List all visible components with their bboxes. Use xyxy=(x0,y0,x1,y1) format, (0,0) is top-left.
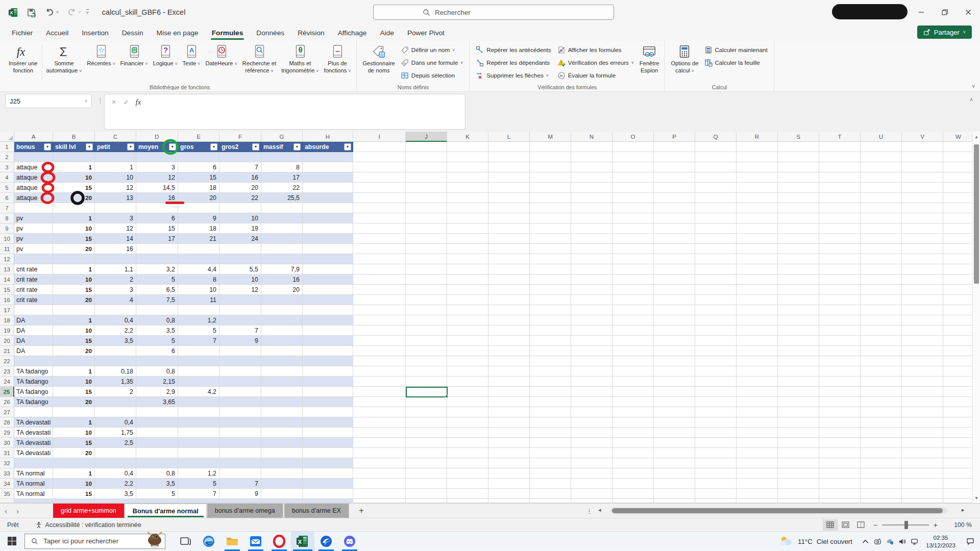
cell-R15[interactable] xyxy=(737,285,778,295)
cell-K2[interactable] xyxy=(447,152,488,162)
cell-T13[interactable] xyxy=(819,264,861,274)
recentes-button[interactable]: ☆Récentes ˅ xyxy=(84,42,117,67)
cell-V31[interactable] xyxy=(902,448,943,458)
dans-une-formule-button[interactable]: fxDans une formule˅ xyxy=(398,56,466,69)
cell-O6[interactable] xyxy=(612,193,654,203)
cell-G3[interactable]: 8 xyxy=(261,162,303,172)
cell-W32[interactable] xyxy=(943,458,972,468)
cell-R8[interactable] xyxy=(737,213,778,223)
cell-D19[interactable]: 3,5 xyxy=(136,325,178,336)
cell-M13[interactable] xyxy=(530,264,571,274)
cell-D18[interactable]: 0,8 xyxy=(136,315,178,325)
cell-U5[interactable] xyxy=(861,183,902,193)
plus-de-fonctions-button[interactable]: •••Plus defonctions ˅ xyxy=(322,42,354,74)
cell-J34[interactable] xyxy=(406,479,447,489)
cell-T28[interactable] xyxy=(819,417,861,428)
cell-K26[interactable] xyxy=(447,397,488,407)
cell-J17[interactable] xyxy=(406,305,447,315)
cell-O10[interactable] xyxy=(612,234,654,244)
cell-S1[interactable] xyxy=(778,142,819,152)
sheet-tab-bonus-d-arme-omega[interactable]: bonus d'arme omega xyxy=(207,504,283,518)
cell-M31[interactable] xyxy=(530,448,571,458)
row-header-31[interactable]: 31 xyxy=(0,448,14,458)
cell-V4[interactable] xyxy=(902,172,943,183)
cell-P17[interactable] xyxy=(654,305,695,315)
column-header-D[interactable]: D xyxy=(136,132,178,142)
cell-L15[interactable] xyxy=(488,285,530,295)
cell-K34[interactable] xyxy=(447,479,488,489)
cell-R4[interactable] xyxy=(737,172,778,183)
cell-L2[interactable] xyxy=(488,152,530,162)
cell-R14[interactable] xyxy=(737,274,778,285)
cell-S19[interactable] xyxy=(778,325,819,336)
cell-O28[interactable] xyxy=(612,417,654,428)
cell-G12[interactable] xyxy=(261,254,303,264)
cell-Q34[interactable] xyxy=(695,479,737,489)
cell-W6[interactable] xyxy=(943,193,972,203)
cell-S32[interactable] xyxy=(778,458,819,468)
cell-B21[interactable]: 20 xyxy=(53,346,95,356)
cell-K36[interactable] xyxy=(447,499,488,503)
cell-R29[interactable] xyxy=(737,428,778,438)
quick-access-customize-icon[interactable]: ˅ xyxy=(86,9,89,15)
cell-S18[interactable] xyxy=(778,315,819,325)
cell-D16[interactable]: 7,5 xyxy=(136,295,178,305)
filter-dropdown-icon[interactable]: ▼ xyxy=(44,143,51,151)
cell-C24[interactable]: 1,35 xyxy=(95,377,136,387)
cell-C7[interactable] xyxy=(95,203,136,213)
cell-A20[interactable]: DA xyxy=(14,336,53,346)
minimize-button[interactable] xyxy=(910,0,933,24)
cell-N33[interactable] xyxy=(571,468,612,479)
cell-N24[interactable] xyxy=(571,377,612,387)
cell-A4[interactable]: attaque xyxy=(14,172,53,183)
cell-O29[interactable] xyxy=(612,428,654,438)
cell-J30[interactable] xyxy=(406,438,447,448)
redo-button[interactable] xyxy=(66,7,77,18)
cell-G29[interactable] xyxy=(261,428,303,438)
autosave-save-icon[interactable] xyxy=(26,7,37,18)
ribbon-tab-dessin[interactable]: Dessin xyxy=(115,27,150,41)
cell-B22[interactable] xyxy=(53,356,95,366)
definir-un-nom-button[interactable]: Définir un nom˅ xyxy=(398,43,466,56)
cell-F27[interactable] xyxy=(219,407,261,417)
cell-N27[interactable] xyxy=(571,407,612,417)
cell-P9[interactable] xyxy=(654,223,695,234)
cell-G30[interactable] xyxy=(261,438,303,448)
cell-W3[interactable] xyxy=(943,162,972,172)
cell-V22[interactable] xyxy=(902,356,943,366)
cell-U32[interactable] xyxy=(861,458,902,468)
cell-D28[interactable] xyxy=(136,417,178,428)
cell-N21[interactable] xyxy=(571,346,612,356)
cell-G33[interactable] xyxy=(261,468,303,479)
cell-C18[interactable]: 0,4 xyxy=(95,315,136,325)
cell-S28[interactable] xyxy=(778,417,819,428)
search-box[interactable]: Rechercher xyxy=(373,5,614,20)
cell-N35[interactable] xyxy=(571,489,612,499)
cell-H30[interactable] xyxy=(303,438,353,448)
cell-D2[interactable] xyxy=(136,152,178,162)
zoom-level[interactable]: 100 % xyxy=(945,521,972,529)
cell-P30[interactable] xyxy=(654,438,695,448)
cell-J36[interactable] xyxy=(406,499,447,503)
zoom-out-button[interactable]: − xyxy=(869,521,882,529)
cell-L6[interactable] xyxy=(488,193,530,203)
zoom-in-button[interactable]: + xyxy=(929,521,942,529)
cell-M9[interactable] xyxy=(530,223,571,234)
cell-A10[interactable]: pv xyxy=(14,234,53,244)
cell-U15[interactable] xyxy=(861,285,902,295)
cell-W22[interactable] xyxy=(943,356,972,366)
cell-I5[interactable] xyxy=(353,183,406,193)
ribbon-tab-power-pivot[interactable]: Power Pivot xyxy=(401,27,451,41)
cell-E11[interactable] xyxy=(178,244,219,254)
cell-L12[interactable] xyxy=(488,254,530,264)
cell-D36[interactable] xyxy=(136,499,178,503)
cell-O20[interactable] xyxy=(612,336,654,346)
cell-U36[interactable] xyxy=(861,499,902,503)
cell-S31[interactable] xyxy=(778,448,819,458)
cell-A35[interactable]: TA normal xyxy=(14,489,53,499)
vertical-scrollbar[interactable]: ▲ ▼ xyxy=(972,132,980,503)
cell-Q8[interactable] xyxy=(695,213,737,223)
calculer-maintenant-button[interactable]: Calculer maintenant xyxy=(701,43,771,56)
cell-D4[interactable]: 12 xyxy=(136,172,178,183)
cell-L5[interactable] xyxy=(488,183,530,193)
